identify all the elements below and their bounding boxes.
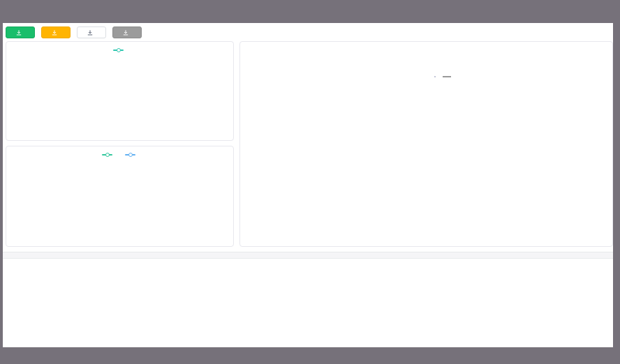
confusion-matrix <box>390 45 464 79</box>
download-report-button[interactable] <box>41 26 71 38</box>
loss-line-chart <box>11 55 228 136</box>
download-unencrypted-model-button[interactable] <box>77 26 106 38</box>
line-series-icon <box>125 154 135 156</box>
legend-item-loss[interactable] <box>113 50 126 51</box>
download-icon <box>52 30 57 36</box>
download-icon <box>123 30 128 36</box>
table-gap <box>3 252 613 258</box>
line-charts-column <box>6 41 234 247</box>
colorbar-ticks <box>451 76 464 77</box>
map-line-chart <box>11 160 228 242</box>
map-chart-legend <box>11 149 228 160</box>
colorbar-gradient <box>443 76 451 77</box>
download-buttons-row <box>3 23 613 41</box>
loss-chart-panel <box>6 41 234 141</box>
confusion-matrix-panel <box>239 41 613 247</box>
dashboard-content <box>3 23 613 347</box>
download-icon <box>87 30 93 36</box>
charts-row <box>3 41 613 247</box>
confusion-matrix-grid <box>434 76 436 77</box>
line-series-icon <box>102 154 112 156</box>
map-chart-panel <box>6 146 234 247</box>
download-icon <box>16 30 22 36</box>
colorbar <box>443 76 464 77</box>
download-encrypted-model-button[interactable] <box>112 26 142 38</box>
confusion-matrix-column-labels <box>390 45 464 76</box>
metrics-tables <box>3 252 613 259</box>
line-series-icon <box>113 50 124 51</box>
class-metrics-table <box>3 258 613 259</box>
download-log-button[interactable] <box>6 26 35 38</box>
loss-chart-legend <box>11 45 228 55</box>
legend-item-bbox-map-1[interactable] <box>102 154 115 156</box>
legend-item-bbox-map-2[interactable] <box>125 154 138 156</box>
